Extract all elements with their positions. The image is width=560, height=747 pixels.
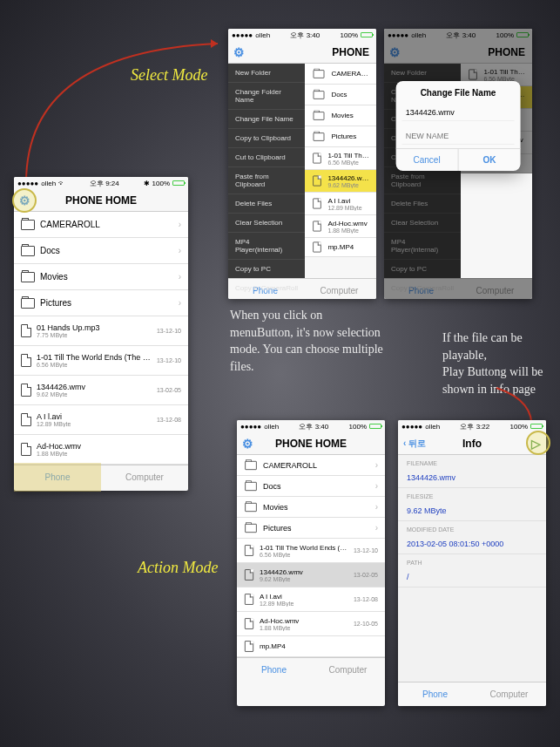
- file-row-active[interactable]: 1344426.wmv9.62 MByte13-02-05: [237, 563, 385, 587]
- tab-phone[interactable]: Phone: [237, 658, 311, 682]
- folder-row[interactable]: Movies: [305, 105, 376, 126]
- file-row[interactable]: mp.MP4: [237, 636, 385, 657]
- file-row[interactable]: 1344426.wmv9.62 MByte13-02-05: [14, 376, 188, 405]
- file-icon: [245, 545, 253, 556]
- svg-marker-0: [211, 39, 218, 48]
- filename-label: FILENAME: [398, 455, 546, 468]
- folder-row[interactable]: Docs›: [237, 476, 385, 497]
- menu-item[interactable]: Copy to CameraRoll: [228, 279, 305, 298]
- cancel-button[interactable]: Cancel: [396, 149, 458, 171]
- phone-action-mode: ●●●●●olleh 오후 3:40 100% ⚙PHONE HOME CAME…: [237, 420, 385, 706]
- play-caption: If the file can be playable, Play Button…: [442, 329, 547, 397]
- filesize-value: 9.62 MByte: [398, 501, 546, 521]
- info-title: Info: [462, 438, 482, 450]
- select-mode-label: Select Mode: [131, 66, 207, 85]
- menu-item[interactable]: Clear Selection: [228, 214, 305, 233]
- menu-icon: ⚙: [389, 45, 401, 59]
- file-row[interactable]: mp.MP4: [305, 238, 376, 257]
- tab-highlight: [14, 463, 101, 492]
- select-arrow: [17, 35, 226, 192]
- file-icon: [314, 176, 322, 187]
- file-icon: [21, 384, 31, 397]
- folder-row[interactable]: Pictures›: [237, 518, 385, 539]
- file-row[interactable]: 1-01 Till The W6.56 MByte: [305, 147, 376, 170]
- menu-item[interactable]: MP4 Player(internal): [228, 233, 305, 260]
- folder-cameraroll[interactable]: CAMERAROLL›: [14, 212, 188, 238]
- menu-item[interactable]: Change Folder Name: [228, 83, 305, 110]
- menu-icon[interactable]: ⚙: [233, 45, 245, 59]
- menu-item[interactable]: Paste from Clipboard: [228, 167, 305, 194]
- navbar: ⚙PHONE HOME: [237, 432, 385, 455]
- navbar: ⚙PHONE: [384, 41, 532, 64]
- status-bar: ●●●●●olleh 오후 3:40 100%: [384, 29, 532, 41]
- phone-main: ●●●●●ollehᯤ 오후 9:24 ✱100% ⚙ PHONE HOME C…: [14, 177, 188, 491]
- folder-icon: [245, 481, 257, 490]
- file-icon: [21, 324, 31, 337]
- folder-icon: [314, 70, 325, 78]
- path-label: PATH: [398, 554, 546, 567]
- folder-icon: [21, 220, 35, 230]
- menu-item[interactable]: Delete Files: [228, 194, 305, 214]
- tab-computer[interactable]: Computer: [101, 465, 188, 489]
- phone-select-mode: ●●●●●olleh 오후 3:40 100% ⚙ PHONE CAMERARO…: [228, 29, 376, 299]
- ok-button[interactable]: OK: [458, 149, 521, 171]
- status-bar: ●●●●●olleh 오후 3:40 100%: [237, 420, 385, 432]
- tab-computer[interactable]: Computer: [311, 658, 385, 682]
- folder-row[interactable]: Pictures: [305, 126, 376, 147]
- folder-icon: [21, 272, 35, 282]
- folder-icon: [314, 112, 325, 120]
- folder-row[interactable]: CAMERAROLL›: [237, 455, 385, 476]
- file-row-selected[interactable]: 1344426.wmv9.62 MByte: [305, 170, 376, 193]
- tab-computer[interactable]: Computer: [302, 279, 376, 299]
- menu-item[interactable]: Get CameraRoll: [228, 298, 305, 299]
- folder-movies[interactable]: Movies›: [14, 264, 188, 290]
- tab-phone[interactable]: Phone: [398, 682, 472, 706]
- play-highlight-circle: [526, 431, 550, 455]
- tab-computer[interactable]: Computer: [472, 682, 546, 706]
- menu-item[interactable]: New Folder: [228, 64, 305, 83]
- chevron-right-icon: ›: [179, 298, 181, 308]
- menu-item[interactable]: Copy to PC: [228, 260, 305, 279]
- filesize-label: FILESIZE: [398, 488, 546, 501]
- menu-icon[interactable]: ⚙: [242, 437, 253, 451]
- file-row[interactable]: A I l.avi12.89 MByte: [305, 193, 376, 215]
- file-icon: [245, 594, 253, 605]
- file-row[interactable]: Ad-Hoc.wmv1.88 MByte: [14, 435, 188, 465]
- navbar: ⚙ PHONE: [228, 41, 376, 64]
- dialog-title: Change File Name: [396, 81, 521, 101]
- select-caption: When you click on menuButton, it's now s…: [230, 307, 387, 375]
- menu-item[interactable]: Copy to Clipboard: [228, 129, 305, 148]
- file-row[interactable]: 1-01 Till The World Ends (The Fe...6.56 …: [14, 346, 188, 376]
- file-row[interactable]: Ad-Hoc.wmv1.88 MByte12-10-05: [237, 612, 385, 636]
- file-icon: [245, 569, 253, 581]
- menu-item[interactable]: Change File Name: [228, 110, 305, 129]
- folder-row[interactable]: Docs: [305, 85, 376, 105]
- file-icon: [21, 413, 31, 426]
- newname-input[interactable]: [402, 128, 515, 145]
- file-icon: [245, 618, 253, 629]
- menu-highlight-circle: [12, 188, 37, 213]
- file-row[interactable]: Ad-Hoc.wmv1.88 MByte: [305, 215, 376, 238]
- modified-value: 2013-02-05 08:01:50 +0000: [398, 534, 546, 554]
- page-title-partial: PHONE: [332, 46, 369, 58]
- file-icon: [21, 443, 31, 456]
- folder-row[interactable]: Movies›: [237, 497, 385, 518]
- file-icon: [314, 199, 322, 209]
- path-value: /: [398, 567, 546, 587]
- file-row[interactable]: 01 Hands Up.mp37.75 MByte13-12-10: [14, 316, 188, 346]
- file-row[interactable]: 1-01 Till The World Ends (The Fe...6.56 …: [237, 539, 385, 563]
- file-icon: [314, 242, 322, 253]
- status-bar: ●●●●●olleh 오후 3:22 100%: [398, 420, 546, 432]
- folder-row[interactable]: CAMERAROLL: [305, 64, 376, 85]
- back-button[interactable]: ‹ 뒤로: [403, 438, 426, 450]
- file-row[interactable]: A I l.avi12.89 MByte13-12-08: [237, 587, 385, 612]
- filename-input[interactable]: [402, 105, 515, 121]
- folder-pictures[interactable]: Pictures›: [14, 290, 188, 316]
- folder-icon: [314, 132, 325, 141]
- folder-docs[interactable]: Docs›: [14, 238, 188, 264]
- folder-icon: [245, 523, 257, 532]
- navbar: ⚙ PHONE HOME: [14, 189, 188, 212]
- filename-value: 1344426.wmv: [398, 468, 546, 488]
- file-row[interactable]: A I l.avi12.89 MByte13-12-08: [14, 405, 188, 435]
- menu-item[interactable]: Cut to Clipboard: [228, 148, 305, 167]
